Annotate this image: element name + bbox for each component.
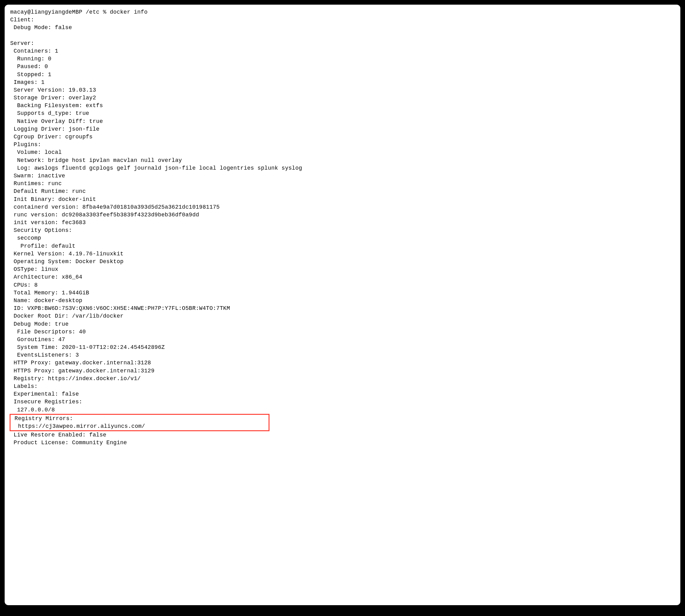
cpus: CPUs: 8: [10, 281, 675, 289]
runtimes: Runtimes: runc: [10, 180, 675, 188]
server-running: Running: 0: [10, 55, 675, 63]
swarm: Swarm: inactive: [10, 172, 675, 180]
native-overlay: Native Overlay Diff: true: [10, 118, 675, 125]
http-proxy: HTTP Proxy: gateway.docker.internal:3128: [10, 359, 675, 367]
registry-mirror-val: https://cj3awpeo.mirror.aliyuncs.com/: [11, 422, 268, 430]
server-paused: Paused: 0: [10, 63, 675, 71]
network: Network: bridge host ipvlan macvlan null…: [10, 157, 675, 164]
logging-driver: Logging Driver: json-file: [10, 125, 675, 133]
kernel-version: Kernel Version: 4.19.76-linuxkit: [10, 250, 675, 258]
seccomp: seccomp: [10, 234, 675, 242]
security-options: Security Options:: [10, 226, 675, 234]
storage-driver: Storage Driver: overlay2: [10, 94, 675, 102]
containerd-version: containerd version: 8fba4e9a7d01810a393d…: [10, 203, 675, 211]
default-runtime: Default Runtime: runc: [10, 188, 675, 195]
id: ID: VXPB:BW6D:7S3V:QXN6:V6OC:XH5E:4NWE:P…: [10, 305, 675, 312]
name: Name: docker-desktop: [10, 297, 675, 305]
file-descriptors: File Descriptors: 40: [10, 328, 675, 336]
init-binary: Init Binary: docker-init: [10, 196, 675, 203]
registry-mirrors: Registry Mirrors:: [11, 415, 268, 422]
blank-line: [10, 32, 675, 40]
backing-fs: Backing Filesystem: extfs: [10, 102, 675, 110]
supports-dtype: Supports d_type: true: [10, 110, 675, 117]
insecure-registries: Insecure Registries:: [10, 398, 675, 406]
labels: Labels:: [10, 382, 675, 390]
log: Log: awslogs fluentd gcplogs gelf journa…: [10, 164, 675, 172]
profile: Profile: default: [10, 242, 675, 250]
volume: Volume: local: [10, 149, 675, 156]
server-images: Images: 1: [10, 79, 675, 86]
ostype: OSType: linux: [10, 266, 675, 273]
docker-root: Docker Root Dir: /var/lib/docker: [10, 312, 675, 320]
server-containers: Containers: 1: [10, 47, 675, 55]
client-header: Client:: [10, 16, 675, 24]
terminal-window: macay@liangyiangdeMBP /etc % docker info…: [5, 5, 680, 605]
goroutines: Goroutines: 47: [10, 336, 675, 344]
prompt-line: macay@liangyiangdeMBP /etc % docker info: [10, 8, 675, 16]
registry: Registry: https://index.docker.io/v1/: [10, 375, 675, 382]
architecture: Architecture: x86_64: [10, 273, 675, 281]
product-license: Product License: Community Engine: [10, 439, 675, 447]
experimental: Experimental: false: [10, 390, 675, 398]
system-time: System Time: 2020-11-07T12:02:24.4545428…: [10, 344, 675, 351]
server-header: Server:: [10, 40, 675, 47]
init-version: init version: fec3683: [10, 219, 675, 226]
server-version: Server Version: 19.03.13: [10, 86, 675, 94]
https-proxy: HTTPS Proxy: gateway.docker.internal:312…: [10, 367, 675, 375]
client-debug-mode: Debug Mode: false: [10, 24, 675, 31]
runc-version: runc version: dc9208a3303feef5b3839f4323…: [10, 211, 675, 219]
server-stopped: Stopped: 1: [10, 71, 675, 79]
total-memory: Total Memory: 1.944GiB: [10, 289, 675, 297]
live-restore: Live Restore Enabled: false: [10, 431, 675, 439]
highlight-annotation: Registry Mirrors: https://cj3awpeo.mirro…: [9, 414, 270, 431]
events-listeners: EventsListeners: 3: [10, 351, 675, 359]
debug-mode: Debug Mode: true: [10, 321, 675, 328]
operating-system: Operating System: Docker Desktop: [10, 258, 675, 266]
cgroup-driver: Cgroup Driver: cgroupfs: [10, 133, 675, 141]
plugins: Plugins:: [10, 141, 675, 149]
insecure-reg-val: 127.0.0.0/8: [10, 406, 675, 414]
